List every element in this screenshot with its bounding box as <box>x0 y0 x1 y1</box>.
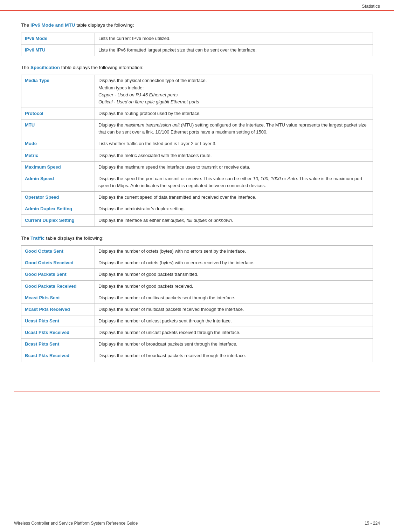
table-cell-key: Mode <box>21 138 95 150</box>
table-row: Maximum SpeedDisplays the maximum speed … <box>21 161 373 173</box>
table-cell-value: Displays the number of good packets tran… <box>95 269 373 280</box>
table-cell-value: Displays the interface as either half du… <box>95 215 373 226</box>
table-cell-key: Current Duplex Setting <box>21 215 95 226</box>
table-row: Admin Duplex SettingDisplays the adminis… <box>21 203 373 215</box>
table-row: ProtocolDisplays the routing protocol us… <box>21 108 373 120</box>
table-row: ModeLists whether traffic on the listed … <box>21 138 373 150</box>
table-cell-key: Maximum Speed <box>21 161 95 173</box>
table-row: Bcast Pkts SentDisplays the number of br… <box>21 339 373 350</box>
footer-right: 15 - 224 <box>365 521 380 526</box>
table-cell-value: Displays the number of octets (bytes) wi… <box>95 246 373 257</box>
table-cell-key: IPv6 MTU <box>21 44 95 56</box>
table-cell-value: Displays the number of octets (bytes) wi… <box>95 257 373 269</box>
table-cell-value: Displays the maximum speed the interface… <box>95 161 373 173</box>
table-cell-key: Protocol <box>21 108 95 120</box>
table-row: Current Duplex SettingDisplays the inter… <box>21 215 373 226</box>
spec-intro-text: The Specification table displays the fol… <box>21 64 373 71</box>
table-cell-value: Displays the number of multicast packets… <box>95 292 373 303</box>
page-header: Statistics <box>0 0 394 11</box>
traffic-table: Good Octets SentDisplays the number of o… <box>21 245 373 362</box>
table-row: Ucast Pkts ReceivedDisplays the number o… <box>21 327 373 339</box>
table-row: Bcast Pkts ReceivedDisplays the number o… <box>21 350 373 362</box>
page-footer: Wireless Controller and Service Platform… <box>0 521 394 526</box>
traffic-highlight: Traffic <box>30 236 45 241</box>
table-cell-key: Good Packets Received <box>21 280 95 292</box>
table-row: Good Packets ReceivedDisplays the number… <box>21 280 373 292</box>
traffic-intro-text: The Traffic table displays the following… <box>21 234 373 242</box>
table-cell-value: Displays the metric associated with the … <box>95 150 373 161</box>
table-cell-value: Displays the current speed of data trans… <box>95 192 373 203</box>
table-row: Mcast Pkts SentDisplays the number of mu… <box>21 292 373 303</box>
table-row: Operator SpeedDisplays the current speed… <box>21 192 373 203</box>
table-row: Good Octets ReceivedDisplays the number … <box>21 257 373 269</box>
table-cell-value: Lists whether traffic on the listed port… <box>95 138 373 150</box>
ipv6-intro-text: The IPv6 Mode and MTU table displays the… <box>21 21 373 29</box>
table-cell-value: Displays the physical connection type of… <box>95 75 373 108</box>
table-cell-key: Good Octets Sent <box>21 246 95 257</box>
table-cell-value: Lists the IPv6 formatted largest packet … <box>95 44 373 56</box>
table-cell-key: Bcast Pkts Received <box>21 350 95 362</box>
header-title: Statistics <box>362 4 380 9</box>
table-row: Good Packets SentDisplays the number of … <box>21 269 373 280</box>
table-row: IPv6 ModeLists the current IPv6 mode uti… <box>21 33 373 44</box>
footer-left: Wireless Controller and Service Platform… <box>14 521 138 526</box>
table-row: Good Octets SentDisplays the number of o… <box>21 246 373 257</box>
table-cell-key: Good Octets Received <box>21 257 95 269</box>
table-row: MTUDisplays the maximum transmission uni… <box>21 120 373 138</box>
table-cell-value: Lists the current IPv6 mode utilized. <box>95 33 373 44</box>
table-cell-value: Displays the maximum transmission unit (… <box>95 120 373 138</box>
table-cell-key: Mcast Pkts Received <box>21 303 95 315</box>
table-cell-key: Ucast Pkts Sent <box>21 315 95 327</box>
table-cell-key: Ucast Pkts Received <box>21 327 95 339</box>
table-cell-value: Displays the number of unicast packets r… <box>95 327 373 339</box>
table-cell-key: Operator Speed <box>21 192 95 203</box>
table-cell-value: Displays the number of broadcast packets… <box>95 339 373 350</box>
table-cell-key: Bcast Pkts Sent <box>21 339 95 350</box>
table-cell-value: Displays the number of unicast packets s… <box>95 315 373 327</box>
table-cell-value: Displays the routing protocol used by th… <box>95 108 373 120</box>
table-row: Media TypeDisplays the physical connecti… <box>21 75 373 108</box>
spec-highlight: Specification <box>30 65 60 70</box>
table-cell-key: Admin Duplex Setting <box>21 203 95 215</box>
table-cell-key: Admin Speed <box>21 173 95 191</box>
table-cell-key: MTU <box>21 120 95 138</box>
footer-divider <box>14 391 380 391</box>
table-row: Mcast Pkts ReceivedDisplays the number o… <box>21 303 373 315</box>
table-cell-key: Mcast Pkts Sent <box>21 292 95 303</box>
table-cell-key: IPv6 Mode <box>21 33 95 44</box>
table-cell-value: Displays the number of broadcast packets… <box>95 350 373 362</box>
table-row: IPv6 MTULists the IPv6 formatted largest… <box>21 44 373 56</box>
table-cell-key: Good Packets Sent <box>21 269 95 280</box>
table-cell-value: Displays the number of good packets rece… <box>95 280 373 292</box>
table-cell-value: Displays the number of multicast packets… <box>95 303 373 315</box>
table-row: Admin SpeedDisplays the speed the port c… <box>21 173 373 191</box>
table-row: Ucast Pkts SentDisplays the number of un… <box>21 315 373 327</box>
table-cell-key: Media Type <box>21 75 95 108</box>
table-cell-value: Displays the administrator’s duplex sett… <box>95 203 373 215</box>
spec-table: Media TypeDisplays the physical connecti… <box>21 75 373 226</box>
ipv6-highlight: IPv6 Mode and MTU <box>30 22 75 28</box>
table-row: MetricDisplays the metric associated wit… <box>21 150 373 161</box>
ipv6-table: IPv6 ModeLists the current IPv6 mode uti… <box>21 33 373 56</box>
table-cell-value: Displays the speed the port can transmit… <box>95 173 373 191</box>
table-cell-key: Metric <box>21 150 95 161</box>
